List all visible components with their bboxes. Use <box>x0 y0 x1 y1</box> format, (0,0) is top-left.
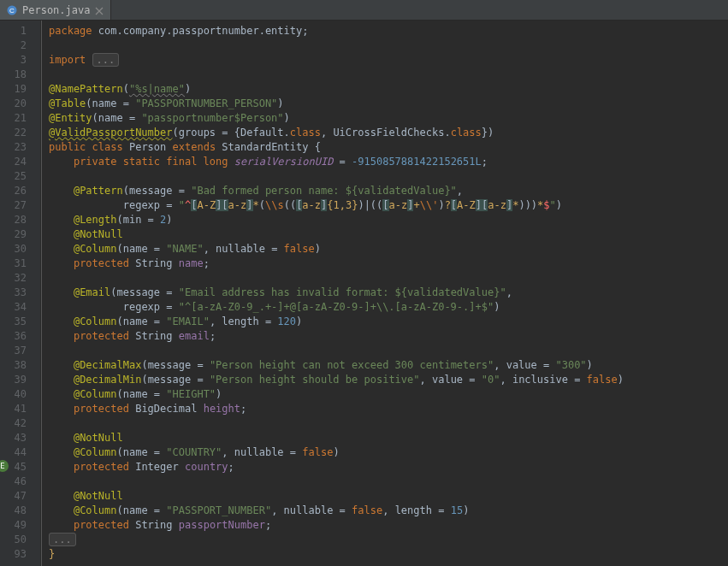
code-line: @ValidPassportNumber(groups = {Default.c… <box>49 126 728 140</box>
code-line: @NotNull <box>49 431 728 445</box>
code-line: protected String passportNumber; <box>49 518 728 533</box>
code-line <box>49 169 728 184</box>
code-line <box>49 475 728 489</box>
code-line <box>49 38 728 53</box>
code-line: @Column(name = "NAME", nullable = false) <box>49 242 728 256</box>
file-tab[interactable]: C Person.java <box>0 0 111 20</box>
code-line: @DecimalMax(message = "Person height can… <box>49 358 728 373</box>
svg-text:C: C <box>9 7 15 15</box>
code-line: @Column(name = "EMAIL", length = 120) <box>49 315 728 329</box>
line-number: 24 <box>0 155 40 169</box>
line-gutter: 1 2 3 18 19 20 21 22 23 24 25 26 27 28 2… <box>0 21 41 566</box>
line-number: 26 <box>0 184 40 198</box>
line-number: 44 <box>0 445 40 460</box>
line-number: E45 <box>0 460 40 475</box>
line-number: 41 <box>0 402 40 416</box>
line-number: 47 <box>0 489 40 504</box>
tab-bar: C Person.java <box>0 0 728 21</box>
line-number: 39 <box>0 373 40 387</box>
code-line: regexp = "^[A-Z][a-z]*(\\s(([a-z]{1,3})|… <box>49 198 728 213</box>
code-line: protected String name; <box>49 256 728 271</box>
line-number: 33 <box>0 286 40 300</box>
line-number: 20 <box>0 97 40 111</box>
line-number: 48 <box>0 504 40 518</box>
tab-filename: Person.java <box>22 4 90 16</box>
code-line: @NotNull <box>49 227 728 242</box>
line-number: 23 <box>0 140 40 155</box>
code-editor[interactable]: 1 2 3 18 19 20 21 22 23 24 25 26 27 28 2… <box>0 21 728 566</box>
code-line: ... <box>49 533 728 547</box>
line-number: 43 <box>0 431 40 445</box>
line-number: 31 <box>0 256 40 271</box>
java-class-icon: C <box>7 5 17 15</box>
code-line: @Column(name = "COUNTRY", nullable = fal… <box>49 445 728 460</box>
line-number: 30 <box>0 242 40 256</box>
line-number: 3 <box>0 53 40 68</box>
code-line: protected BigDecimal height; <box>49 402 728 416</box>
code-line <box>49 68 728 82</box>
code-line <box>49 344 728 358</box>
close-icon[interactable] <box>95 6 104 15</box>
code-line: @NotNull <box>49 489 728 504</box>
line-number: 1 <box>0 24 40 38</box>
line-number: 2 <box>0 38 40 53</box>
line-number: 32 <box>0 271 40 286</box>
line-number: 93 <box>0 547 40 562</box>
fold-indicator[interactable]: ... <box>92 53 120 67</box>
line-number: 50 <box>0 533 40 547</box>
code-line: @Email(message = "Email address has inva… <box>49 286 728 300</box>
code-line: private static final long serialVersionU… <box>49 155 728 169</box>
code-line: import ... <box>49 53 728 68</box>
line-number: 22 <box>0 126 40 140</box>
line-number: 21 <box>0 111 40 126</box>
line-number: 49 <box>0 518 40 533</box>
line-number: 27 <box>0 198 40 213</box>
code-line: @Column(name = "PASSPORT_NUMBER", nullab… <box>49 504 728 518</box>
line-number: 18 <box>0 68 40 82</box>
code-line: @Table(name = "PASSPORTNUMBER_PERSON") <box>49 97 728 111</box>
code-line <box>49 416 728 431</box>
code-line <box>49 271 728 286</box>
line-number: 42 <box>0 416 40 431</box>
line-number: 35 <box>0 315 40 329</box>
code-line: } <box>49 547 728 562</box>
code-line: @Length(min = 2) <box>49 213 728 227</box>
fold-indicator[interactable]: ... <box>49 533 76 546</box>
code-line: regexp = "^[a-zA-Z0-9_.+-]+@[a-zA-Z0-9-]… <box>49 300 728 315</box>
code-line: @Column(name = "HEIGHT") <box>49 387 728 402</box>
line-number: 19 <box>0 82 40 97</box>
line-number: 34 <box>0 300 40 315</box>
line-number: 29 <box>0 227 40 242</box>
line-number: 37 <box>0 344 40 358</box>
code-line: @Entity(name = "passportnumber$Person") <box>49 111 728 126</box>
line-number: 46 <box>0 475 40 489</box>
line-number: 36 <box>0 329 40 344</box>
code-line: package com.company.passportnumber.entit… <box>49 24 728 38</box>
gutter-badge-icon: E <box>0 460 9 472</box>
code-line: protected Integer country; <box>49 460 728 475</box>
code-line: @Pattern(message = "Bad formed person na… <box>49 184 728 198</box>
code-area[interactable]: package com.company.passportnumber.entit… <box>41 21 728 566</box>
code-line: @DecimalMin(message = "Person height sho… <box>49 373 728 387</box>
code-line: public class Person extends StandardEnti… <box>49 140 728 155</box>
code-line: protected String email; <box>49 329 728 344</box>
line-number: 28 <box>0 213 40 227</box>
line-number: 25 <box>0 169 40 184</box>
code-line: @NamePattern("%s|name") <box>49 82 728 97</box>
line-number: 40 <box>0 387 40 402</box>
line-number: 38 <box>0 358 40 373</box>
